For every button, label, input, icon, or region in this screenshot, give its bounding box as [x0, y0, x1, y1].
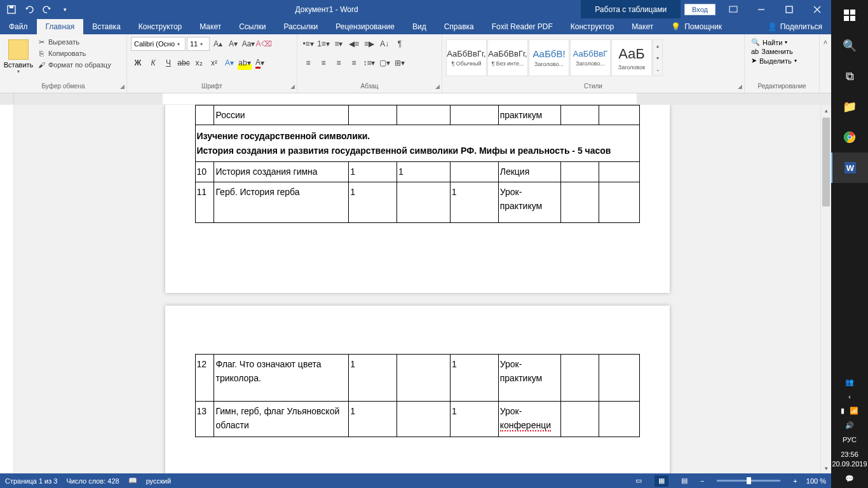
search-icon[interactable]: 🔍	[831, 30, 868, 61]
close-icon[interactable]	[803, 0, 831, 18]
proofing-icon[interactable]: 📖	[128, 477, 137, 485]
redo-icon[interactable]	[39, 2, 55, 17]
tray-chevron-icon[interactable]: ‹	[848, 393, 851, 400]
style-title[interactable]: АаБЗаголовок	[611, 39, 652, 76]
word-count[interactable]: Число слов: 428	[66, 477, 119, 485]
bullets-button[interactable]: •≡▾	[301, 37, 315, 51]
superscript-button[interactable]: x²	[207, 56, 221, 70]
italic-button[interactable]: К	[146, 56, 160, 70]
decrease-indent-button[interactable]: ◀≡	[347, 37, 361, 51]
table-row[interactable]: Россиипрактикум	[195, 105, 639, 125]
strike-button[interactable]: abc	[177, 56, 191, 70]
highlight-button[interactable]: ab▾	[238, 56, 252, 70]
minimize-icon[interactable]	[747, 0, 775, 18]
table-row[interactable]: 13Гимн, герб, флаг Ульяновской области11…	[195, 401, 639, 437]
collapse-ribbon-icon[interactable]: ʌ	[820, 34, 831, 93]
tab-table-design[interactable]: Конструктор	[562, 19, 623, 34]
chrome-icon[interactable]	[831, 122, 868, 152]
tell-me[interactable]: 💡Помощник	[662, 19, 731, 34]
clear-format-button[interactable]: A⌫	[257, 37, 271, 51]
tab-home[interactable]: Главная	[37, 19, 84, 34]
tab-foxit[interactable]: Foxit Reader PDF	[483, 19, 562, 34]
style-h2[interactable]: АаБбВвГЗаголово...	[570, 39, 611, 76]
align-left-button[interactable]: ≡	[301, 56, 315, 70]
subscript-button[interactable]: x₂	[192, 56, 206, 70]
replace-button[interactable]: abЗаменить	[751, 48, 797, 55]
word-icon[interactable]: W	[831, 152, 868, 183]
save-icon[interactable]	[4, 2, 19, 17]
styles-more[interactable]: ▴▾⌄	[653, 39, 663, 76]
styles-dialog-icon[interactable]: ◢	[738, 83, 742, 90]
scroll-down-icon[interactable]: ▾	[821, 463, 831, 473]
start-icon[interactable]	[831, 0, 868, 30]
line-spacing-button[interactable]: ↕≡▾	[362, 56, 376, 70]
numbering-button[interactable]: 1≡▾	[316, 37, 330, 51]
battery-icon[interactable]: ▮	[841, 407, 844, 415]
read-mode-icon[interactable]: ▭	[632, 475, 646, 487]
style-h1[interactable]: АаБбВ!Заголово...	[529, 39, 569, 76]
action-center-icon[interactable]: 💬	[845, 475, 854, 483]
tab-table-layout[interactable]: Макет	[623, 19, 662, 34]
scroll-up-icon[interactable]: ▴	[821, 105, 831, 116]
justify-button[interactable]: ≡	[347, 56, 361, 70]
text-effects-button[interactable]: A▾	[222, 56, 236, 70]
volume-icon[interactable]: 🔊	[845, 421, 854, 430]
maximize-icon[interactable]	[775, 0, 803, 18]
tab-insert[interactable]: Вставка	[83, 19, 130, 34]
tab-layout[interactable]: Макет	[191, 19, 230, 34]
document-table-2[interactable]: 12Флаг. Что означают цвета триколора.11У…	[195, 354, 640, 437]
task-view-icon[interactable]: ⧉	[831, 61, 868, 92]
align-right-button[interactable]: ≡	[332, 56, 346, 70]
taskbar-language[interactable]: РУС	[843, 436, 857, 444]
document-scroll[interactable]: Россиипрактикум Изучение государственной…	[14, 105, 820, 473]
multilevel-button[interactable]: ≡▾	[332, 37, 346, 51]
format-painter-button[interactable]: 🖌Формат по образцу	[36, 60, 112, 70]
font-dialog-icon[interactable]: ◢	[290, 83, 295, 90]
scroll-thumb[interactable]	[822, 118, 830, 207]
copy-button[interactable]: ⎘Копировать	[36, 48, 112, 58]
tab-references[interactable]: Ссылки	[230, 19, 275, 34]
zoom-slider[interactable]	[717, 480, 780, 482]
zoom-in-icon[interactable]: +	[793, 477, 797, 485]
web-layout-icon[interactable]: ▤	[677, 475, 691, 487]
sort-button[interactable]: A↓	[377, 37, 391, 51]
shrink-font-button[interactable]: A▾	[226, 37, 240, 51]
font-color-button[interactable]: A▾	[253, 56, 267, 70]
ruler-vertical[interactable]	[0, 105, 14, 473]
bold-button[interactable]: Ж	[131, 56, 145, 70]
grow-font-button[interactable]: A▴	[211, 37, 225, 51]
wifi-icon[interactable]: 📶	[850, 407, 858, 415]
tab-review[interactable]: Рецензирование	[327, 19, 403, 34]
find-button[interactable]: 🔍Найти▾	[751, 38, 797, 46]
taskbar-clock[interactable]: 23:5620.09.2019	[832, 450, 867, 468]
ruler-horizontal[interactable]	[0, 93, 831, 105]
document-table[interactable]: Россиипрактикум Изучение государственной…	[195, 105, 640, 223]
zoom-out-icon[interactable]: −	[700, 477, 704, 485]
style-normal[interactable]: АаБбВвГг,¶ Обычный	[446, 39, 487, 76]
borders-button[interactable]: ⊞▾	[393, 56, 407, 70]
tab-file[interactable]: Файл	[0, 19, 37, 34]
cut-button[interactable]: ✂Вырезать	[36, 37, 112, 47]
qat-customize-icon[interactable]: ▾	[57, 2, 72, 17]
paragraph-dialog-icon[interactable]: ◢	[435, 83, 440, 90]
language-status[interactable]: русский	[146, 477, 171, 485]
tab-design[interactable]: Конструктор	[130, 19, 191, 34]
change-case-button[interactable]: Aa▾	[241, 37, 255, 51]
tab-view[interactable]: Вид	[403, 19, 435, 34]
paste-button[interactable]: Вставить ▾	[4, 37, 33, 74]
table-row-section[interactable]: Изучение государственной символики.Истор…	[195, 125, 639, 162]
style-no-spacing[interactable]: АаБбВвГг,¶ Без инте...	[487, 39, 528, 76]
font-size-combo[interactable]: 11▾	[187, 37, 210, 51]
explorer-icon[interactable]: 📁	[831, 92, 868, 122]
ribbon-display-icon[interactable]	[719, 0, 747, 18]
show-marks-button[interactable]: ¶	[393, 37, 407, 51]
table-row[interactable]: 10История создания гимна11Лекция	[195, 162, 639, 182]
print-layout-icon[interactable]: ▦	[654, 475, 668, 487]
tab-mailings[interactable]: Рассылки	[275, 19, 327, 34]
select-button[interactable]: ➤Выделить▾	[751, 57, 797, 65]
clipboard-dialog-icon[interactable]: ◢	[120, 83, 125, 90]
underline-button[interactable]: Ч	[161, 56, 175, 70]
page-status[interactable]: Страница 1 из 3	[5, 477, 57, 485]
zoom-level[interactable]: 100 %	[806, 477, 826, 485]
font-name-combo[interactable]: Calibri (Осно▾	[131, 37, 186, 51]
